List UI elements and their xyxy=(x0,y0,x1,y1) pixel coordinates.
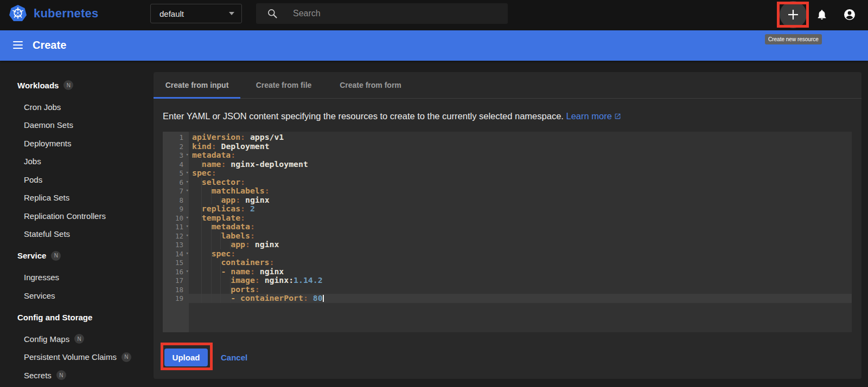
fold-arrow-icon[interactable]: ▾ xyxy=(186,152,189,157)
line-number: 19 xyxy=(163,294,189,303)
code-line: metadata: xyxy=(192,222,255,231)
fold-arrow-icon[interactable]: ▾ xyxy=(186,179,189,184)
sidebar-item-replication-controllers[interactable]: Replication Controllers xyxy=(24,210,106,222)
code-line: spec: xyxy=(192,169,216,178)
app-header: Create xyxy=(0,30,868,61)
namespace-select[interactable]: default xyxy=(150,4,242,23)
sidebar-section-workloads[interactable]: WorkloadsN xyxy=(17,79,73,91)
code-line: replicas: 2 xyxy=(192,204,255,214)
code-line: metadata: xyxy=(192,151,235,160)
fold-arrow-icon[interactable]: ▾ xyxy=(186,188,189,193)
learn-more-link[interactable]: Learn more xyxy=(566,111,621,121)
n-badge: N xyxy=(63,80,73,90)
sidebar-item-label: Pods xyxy=(24,175,42,184)
sidebar-item-cron-jobs[interactable]: Cron Jobs xyxy=(24,101,61,113)
account-button[interactable] xyxy=(836,1,863,28)
code-line: spec: xyxy=(192,249,235,259)
sidebar-section-label: Service xyxy=(17,251,46,260)
line-number: 11▾ xyxy=(163,222,189,231)
line-number: 16▾ xyxy=(163,267,189,276)
fold-arrow-icon[interactable]: ▾ xyxy=(186,268,189,274)
sidebar-item-pods[interactable]: Pods xyxy=(24,173,42,185)
sidebar-item-label: Deployments xyxy=(24,139,72,148)
kubernetes-brand[interactable]: kubernetes xyxy=(9,4,98,22)
tab-create-from-form[interactable]: Create from form xyxy=(327,72,414,98)
sidebar-item-persistent-volume-claims[interactable]: Persistent Volume ClaimsN xyxy=(24,351,131,363)
fold-arrow-icon[interactable]: ▾ xyxy=(186,233,189,238)
sidebar-item-replica-sets[interactable]: Replica Sets xyxy=(24,192,69,204)
sidebar-section-service[interactable]: ServiceN xyxy=(17,250,61,262)
code-line: labels: xyxy=(192,231,255,241)
sidebar: WorkloadsNCron JobsDaemon SetsDeployment… xyxy=(0,61,154,387)
sidebar-item-deployments[interactable]: Deployments xyxy=(24,137,72,149)
line-number: 10▾ xyxy=(163,214,189,223)
cancel-button[interactable]: Cancel xyxy=(221,353,247,362)
line-number: 18 xyxy=(163,285,189,294)
top-bar: kubernetes default Search xyxy=(0,0,868,30)
bell-icon xyxy=(816,9,828,21)
line-number: 13 xyxy=(163,240,189,249)
code-line: kind: Deployment xyxy=(192,142,270,151)
namespace-value: default xyxy=(159,9,229,18)
sidebar-item-label: Services xyxy=(24,291,55,300)
tab-create-from-input[interactable]: Create from input xyxy=(154,72,240,98)
code-line: - containerPort: 80 xyxy=(192,294,324,303)
yaml-editor[interactable]: 123▾45▾6▾7▾8910▾11▾12▾1314▾1516▾171819 a… xyxy=(163,132,852,332)
sidebar-section-config-and-storage[interactable]: Config and Storage xyxy=(17,311,92,323)
sidebar-section-label: Config and Storage xyxy=(17,313,92,322)
sidebar-item-label: Secrets xyxy=(24,371,52,380)
annotation-red-box-upload xyxy=(161,343,213,370)
code-line: selector: xyxy=(192,178,245,187)
line-number: 9 xyxy=(163,204,189,214)
sidebar-item-daemon-sets[interactable]: Daemon Sets xyxy=(24,119,73,131)
fold-arrow-icon[interactable]: ▾ xyxy=(186,250,189,256)
sidebar-item-label: Ingresses xyxy=(24,273,59,282)
line-number: 6▾ xyxy=(163,178,189,187)
text-cursor xyxy=(323,295,324,302)
code-line: app: nginx xyxy=(192,196,270,205)
sidebar-section-label: Workloads xyxy=(17,81,59,90)
code-line: containers: xyxy=(192,258,274,267)
line-number: 5▾ xyxy=(163,169,189,178)
tab-create-from-file[interactable]: Create from file xyxy=(240,72,327,98)
code-line: app: nginx xyxy=(192,240,279,249)
fold-arrow-icon[interactable]: ▾ xyxy=(186,223,189,229)
sidebar-item-stateful-sets[interactable]: Stateful Sets xyxy=(24,228,70,240)
sidebar-item-label: Replication Controllers xyxy=(24,211,106,221)
sidebar-item-label: Config Maps xyxy=(24,334,69,344)
description-text: Enter YAML or JSON content specifying th… xyxy=(163,111,564,121)
sidebar-item-label: Daemon Sets xyxy=(24,120,73,130)
fold-arrow-icon[interactable]: ▾ xyxy=(186,170,189,175)
sidebar-item-jobs[interactable]: Jobs xyxy=(24,156,41,167)
line-number: 14▾ xyxy=(163,249,189,259)
sidebar-item-label: Cron Jobs xyxy=(24,102,61,112)
sidebar-item-secrets[interactable]: SecretsN xyxy=(24,369,66,381)
notifications-button[interactable] xyxy=(808,1,835,28)
chevron-down-icon xyxy=(229,12,234,15)
code-line: ports: xyxy=(192,285,260,294)
brand-name: kubernetes xyxy=(34,7,98,21)
page-title: Create xyxy=(33,39,66,51)
tab-bar: Create from inputCreate from fileCreate … xyxy=(154,72,861,99)
menu-icon[interactable] xyxy=(13,41,23,49)
sidebar-item-ingresses[interactable]: Ingresses xyxy=(24,272,59,283)
line-number: 8 xyxy=(163,196,189,205)
n-badge: N xyxy=(51,251,61,261)
search-placeholder: Search xyxy=(293,9,321,18)
code-line: - name: nginx xyxy=(192,267,284,276)
description: Enter YAML or JSON content specifying th… xyxy=(163,111,621,121)
line-number: 4 xyxy=(163,160,189,169)
sidebar-item-config-maps[interactable]: Config MapsN xyxy=(24,333,84,345)
code-line: image: nginx:1.14.2 xyxy=(192,276,323,285)
sidebar-item-services[interactable]: Services xyxy=(24,289,55,301)
sidebar-item-label: Persistent Volume Claims xyxy=(24,352,117,362)
fold-arrow-icon[interactable]: ▾ xyxy=(186,215,189,220)
line-number: 1 xyxy=(163,133,189,142)
search-box[interactable]: Search xyxy=(256,3,508,24)
line-number: 12▾ xyxy=(163,231,189,241)
code-line: matchLabels: xyxy=(192,186,270,196)
n-badge: N xyxy=(122,352,131,362)
line-number: 15 xyxy=(163,258,189,267)
annotation-red-box-plus xyxy=(777,2,809,28)
line-number: 3▾ xyxy=(163,151,189,160)
